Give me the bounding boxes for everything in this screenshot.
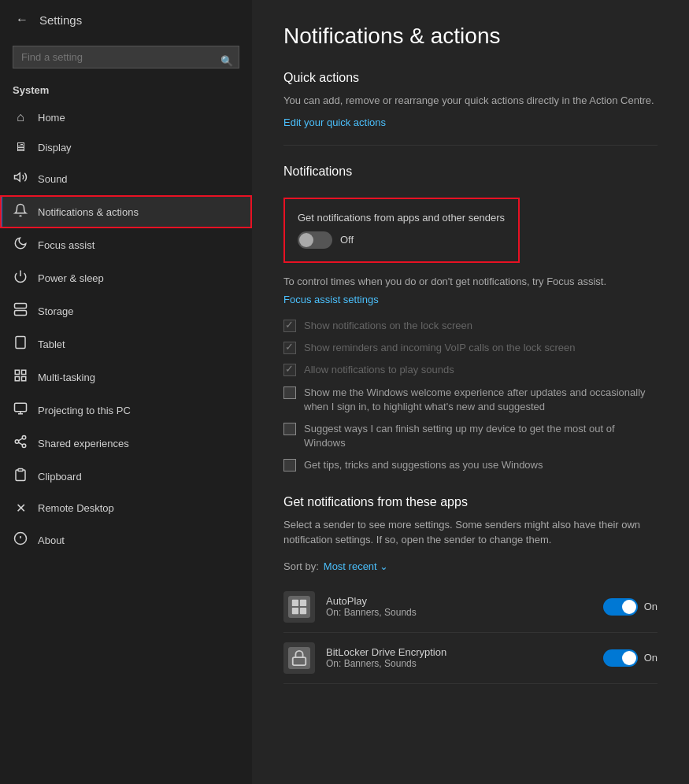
clipboard-icon — [13, 468, 28, 485]
apps-section-title: Get notifications from these apps — [283, 495, 658, 509]
notifications-toggle[interactable] — [298, 231, 332, 249]
checkbox-reminders[interactable] — [283, 342, 296, 354]
checkbox-lockscreen[interactable] — [283, 320, 296, 332]
sidebar-item-clipboard[interactable]: Clipboard — [0, 460, 252, 493]
svg-point-17 — [22, 444, 26, 448]
search-input[interactable] — [13, 46, 239, 68]
checkbox-row-welcome: Show me the Windows welcome experience a… — [283, 386, 658, 414]
apps-section-description: Select a sender to see more settings. So… — [283, 517, 658, 548]
app-item-autoplay[interactable]: AutoPlay On: Banners, Sounds On — [283, 582, 658, 633]
divider — [283, 145, 658, 146]
svg-line-19 — [18, 438, 22, 441]
sort-value-text: Most recent — [324, 560, 377, 572]
bitlocker-toggle[interactable] — [603, 649, 638, 667]
toggle-knob — [299, 233, 313, 247]
checkbox-label-tips: Get tips, tricks and suggestions as you … — [304, 458, 543, 472]
sidebar-item-projecting[interactable]: Projecting to this PC — [0, 394, 252, 427]
search-icon[interactable]: 🔍 — [220, 54, 233, 66]
sidebar-item-label: Shared experiences — [38, 438, 129, 449]
sort-value[interactable]: Most recent ⌄ — [324, 560, 389, 572]
notifications-title: Notifications — [283, 165, 658, 179]
checkbox-label-reminders: Show reminders and incoming VoIP calls o… — [304, 341, 575, 355]
sidebar-item-multitasking[interactable]: Multi-tasking — [0, 361, 252, 394]
svg-point-16 — [15, 440, 19, 444]
home-icon: ⌂ — [13, 110, 28, 124]
sidebar-item-label: Storage — [38, 305, 74, 317]
focus-assist-text: To control times when you do or don't ge… — [283, 274, 658, 290]
sidebar-item-home[interactable]: ⌂ Home — [0, 102, 252, 132]
sidebar-item-notifications[interactable]: Notifications & actions — [0, 195, 252, 228]
sidebar-section-label: System — [0, 81, 252, 102]
checkbox-welcome[interactable] — [283, 386, 296, 399]
bitlocker-toggle-row: On — [603, 649, 658, 667]
app-icon-autoplay — [283, 591, 315, 623]
sidebar-item-label: Multi-tasking — [38, 372, 95, 383]
checkbox-setup[interactable] — [283, 423, 296, 435]
sidebar-item-storage[interactable]: Storage — [0, 294, 252, 327]
app-title: Settings — [39, 13, 82, 27]
sidebar-item-focus[interactable]: Focus assist — [0, 228, 252, 261]
sort-label: Sort by: — [283, 560, 319, 572]
sidebar-item-shared[interactable]: Shared experiences — [0, 427, 252, 460]
notifications-icon — [13, 203, 28, 220]
svg-rect-10 — [22, 377, 26, 381]
svg-rect-9 — [22, 370, 26, 374]
remote-icon: ✕ — [13, 501, 28, 516]
toggle-row: Off — [298, 231, 506, 249]
svg-point-15 — [22, 436, 26, 440]
storage-icon — [13, 302, 28, 320]
shared-icon — [13, 435, 28, 452]
edit-quick-actions-link[interactable]: Edit your quick actions — [283, 116, 386, 128]
projecting-icon — [13, 401, 28, 419]
checkbox-tips[interactable] — [283, 459, 296, 472]
sidebar-header: ← Settings — [0, 0, 252, 39]
app-item-bitlocker[interactable]: BitLocker Drive Encryption On: Banners, … — [283, 633, 658, 684]
main-content: Notifications & actions Quick actions Yo… — [252, 0, 689, 784]
sidebar-item-sound[interactable]: Sound — [0, 162, 252, 195]
sidebar-item-label: Clipboard — [38, 471, 82, 483]
bitlocker-toggle-label: On — [644, 652, 658, 664]
notifications-toggle-box: Get notifications from apps and other se… — [283, 198, 520, 263]
app-name-autoplay: AutoPlay — [326, 595, 592, 607]
sidebar-item-tablet[interactable]: Tablet — [0, 327, 252, 361]
sidebar: ← Settings 🔍 System ⌂ Home 🖥 Display Sou… — [0, 0, 252, 784]
sidebar-item-display[interactable]: 🖥 Display — [0, 132, 252, 162]
chevron-down-icon: ⌄ — [380, 560, 388, 572]
checkbox-sounds[interactable] — [283, 364, 296, 376]
svg-rect-3 — [15, 311, 27, 316]
sidebar-item-label: Display — [38, 142, 72, 153]
app-info-autoplay: AutoPlay On: Banners, Sounds — [326, 595, 592, 618]
svg-rect-27 — [300, 607, 306, 613]
apps-notifications-section: Get notifications from these apps Select… — [283, 495, 658, 684]
multitasking-icon — [13, 368, 28, 386]
svg-rect-11 — [15, 377, 19, 381]
sidebar-item-about[interactable]: About — [0, 523, 252, 557]
sort-row: Sort by: Most recent ⌄ — [283, 560, 658, 572]
sidebar-item-label: Sound — [38, 173, 68, 185]
sidebar-item-label: Projecting to this PC — [38, 405, 131, 416]
tablet-icon — [13, 335, 28, 353]
search-container: 🔍 — [0, 39, 252, 81]
sidebar-item-label: Home — [38, 112, 65, 124]
bitlocker-icon — [288, 647, 310, 669]
checkbox-label-sounds: Allow notifications to play sounds — [304, 363, 454, 377]
focus-assist-link[interactable]: Focus assist settings — [283, 294, 379, 305]
display-icon: 🖥 — [13, 140, 28, 154]
svg-line-18 — [18, 442, 22, 445]
checkbox-label-welcome: Show me the Windows welcome experience a… — [304, 386, 658, 414]
back-button[interactable]: ← — [13, 9, 31, 30]
svg-rect-2 — [15, 304, 27, 309]
sidebar-item-power[interactable]: Power & sleep — [0, 261, 252, 294]
focus-icon — [13, 236, 28, 253]
app-status-autoplay: On: Banners, Sounds — [326, 607, 592, 618]
app-status-bitlocker: On: Banners, Sounds — [326, 658, 592, 669]
svg-rect-24 — [292, 599, 298, 605]
sidebar-item-label: Remote Desktop — [38, 502, 114, 514]
sidebar-item-label: About — [38, 534, 65, 546]
checkbox-row-reminders: Show reminders and incoming VoIP calls o… — [283, 341, 658, 355]
autoplay-toggle[interactable] — [603, 598, 638, 616]
sidebar-item-remote[interactable]: ✕ Remote Desktop — [0, 493, 252, 523]
checkbox-label-lockscreen: Show notifications on the lock screen — [304, 319, 472, 333]
sidebar-item-label: Notifications & actions — [38, 206, 139, 218]
toggle-state-label: Off — [340, 234, 354, 246]
